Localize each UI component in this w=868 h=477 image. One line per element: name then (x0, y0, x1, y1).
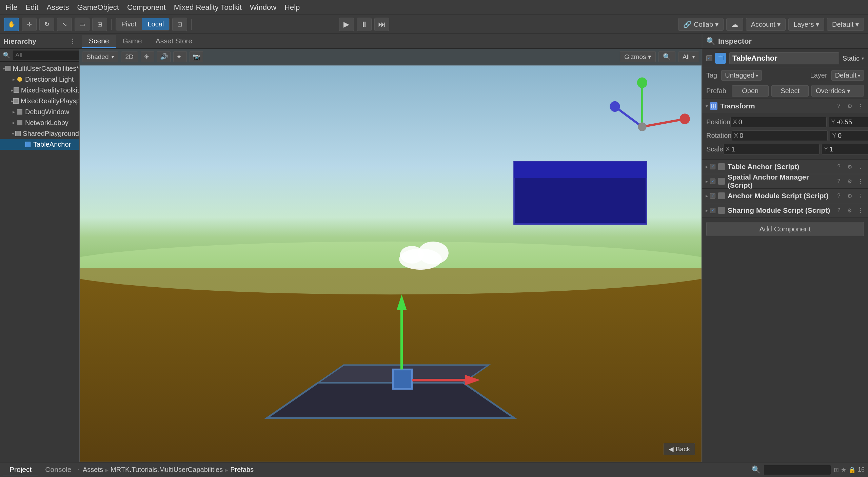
hierarchy-item-tableanchor[interactable]: TableAnchor (0, 139, 79, 150)
shaded-dropdown[interactable]: Shaded (82, 51, 118, 62)
back-button[interactable]: ◀ Back (664, 443, 695, 455)
menu-file[interactable]: File (5, 3, 17, 12)
hierarchy-item-root[interactable]: ▾ MultiUserCapabilities* (0, 63, 79, 74)
hierarchy-item-playspace[interactable]: ▸ MixedRealityPlayspace (0, 96, 79, 106)
rotate-tool[interactable]: ↻ (39, 18, 54, 31)
spatial-anchor-header[interactable]: ▸ ✓ Spatial Anchor Manager (Script) ? ⚙ … (702, 174, 868, 188)
menu-mrtk[interactable]: Mixed Reality Toolkit (174, 3, 242, 12)
layer-dropdown[interactable]: Default ▾ (831, 70, 864, 81)
inspector-scroll: ✓ Static ▾ Tag Untagged ▾ (702, 49, 868, 462)
scene-view[interactable]: Shaded 2D ☀ 🔊 ✦ 📷 Gizmos ▾ 🔍 All (79, 49, 702, 462)
move-tool[interactable]: ✛ (22, 18, 37, 31)
pause-button[interactable]: ⏸ (357, 18, 372, 31)
position-x-input[interactable] (738, 118, 824, 126)
sharing-module-checkbox[interactable]: ✓ (710, 208, 715, 213)
breadcrumb-assets[interactable]: Assets (83, 466, 103, 474)
anchor-module-header[interactable]: ▸ ✓ Anchor Module Script (Script) ? ⚙ ⋮ (702, 189, 868, 203)
static-dropdown-arrow[interactable]: ▾ (862, 56, 864, 61)
hierarchy-item-light[interactable]: ▸ Directional Light (0, 74, 79, 85)
table-anchor-header[interactable]: ▸ ✓ Table Anchor (Script) ? ⚙ ⋮ (702, 160, 868, 174)
default-dropdown[interactable]: Default ▾ (827, 18, 864, 31)
pivot-btn[interactable]: Pivot (116, 18, 142, 30)
menu-window[interactable]: Window (250, 3, 276, 12)
transform-settings-btn[interactable]: ⚙ (846, 102, 854, 110)
rotation-x-input[interactable] (739, 132, 825, 140)
account-dropdown[interactable]: Account ▾ (746, 18, 786, 31)
scale-y-input[interactable] (829, 145, 868, 153)
menu-edit[interactable]: Edit (25, 3, 38, 12)
sharing-module-more[interactable]: ⋮ (856, 206, 865, 214)
scale-x-input[interactable] (731, 145, 817, 153)
hand-tool[interactable]: ✋ (4, 18, 19, 31)
scene-camera-btn[interactable]: 📷 (190, 51, 203, 62)
overrides-btn[interactable]: Overrides ▾ (811, 85, 864, 97)
sharing-module-help[interactable]: ? (835, 206, 843, 214)
sharing-module-header[interactable]: ▸ ✓ Sharing Module Script (Script) ? ⚙ ⋮ (702, 203, 868, 217)
transform-actions: ? ⚙ ⋮ (835, 102, 865, 110)
play-button[interactable]: ▶ (339, 18, 354, 31)
gizmos-dropdown[interactable]: Gizmos ▾ (620, 51, 656, 62)
object-enabled-checkbox[interactable]: ✓ (706, 55, 712, 61)
anchor-module-help[interactable]: ? (835, 192, 843, 200)
spatial-anchor-checkbox[interactable]: ✓ (710, 179, 715, 184)
hierarchy-item-networklobby[interactable]: ▸ NetworkLobby (0, 117, 79, 128)
transform-more-btn[interactable]: ⋮ (856, 102, 865, 110)
collab-icon: 🔗 (683, 20, 692, 28)
layers-dropdown[interactable]: Layers ▾ (788, 18, 824, 31)
fx-btn[interactable]: ✦ (173, 51, 187, 62)
breadcrumb-multi[interactable]: MRTK.Tutorials.MultiUserCapabilities (111, 466, 223, 474)
project-tab[interactable]: Project (3, 463, 38, 476)
table-anchor-checkbox[interactable]: ✓ (710, 164, 715, 169)
view-icon-2[interactable]: ★ (841, 466, 846, 474)
hierarchy-item-debugwindow[interactable]: ▸ DebugWindow (0, 106, 79, 117)
hierarchy-options[interactable]: ⋮ (70, 38, 76, 45)
spatial-anchor-settings[interactable]: ⚙ (846, 177, 854, 185)
add-component-button[interactable]: Add Component (706, 222, 864, 236)
scene-tab-game[interactable]: Game (116, 35, 149, 48)
menu-assets[interactable]: Assets (46, 3, 69, 12)
menu-gameobject[interactable]: GameObject (77, 3, 119, 12)
scene-search-btn[interactable]: 🔍 (658, 51, 675, 62)
anchor-module-settings[interactable]: ⚙ (846, 192, 854, 200)
tag-dropdown[interactable]: Untagged ▾ (721, 70, 762, 81)
local-btn[interactable]: Local (142, 18, 169, 30)
rotation-y-input[interactable] (838, 132, 868, 140)
view-icon-1[interactable]: ⊞ (834, 466, 839, 474)
anchor-module-checkbox[interactable]: ✓ (710, 193, 715, 199)
sharing-module-settings[interactable]: ⚙ (846, 206, 854, 214)
table-anchor-help[interactable]: ? (835, 163, 843, 171)
spatial-anchor-help[interactable]: ? (835, 177, 843, 185)
audio-btn[interactable]: 🔊 (157, 51, 171, 62)
transform-header[interactable]: ▾ Transform ? ⚙ ⋮ (702, 99, 868, 113)
project-search-input[interactable] (763, 465, 831, 475)
anchor-module-more[interactable]: ⋮ (856, 192, 865, 200)
scene-tab-assetstore[interactable]: Asset Store (149, 35, 199, 48)
table-anchor-more[interactable]: ⋮ (856, 163, 865, 171)
spatial-anchor-more[interactable]: ⋮ (856, 177, 865, 185)
open-prefab-btn[interactable]: Open (732, 85, 769, 97)
view-icon-3[interactable]: 🔒 (848, 466, 856, 474)
select-prefab-btn[interactable]: Select (771, 85, 809, 97)
cloud-button[interactable]: ☁ (726, 18, 743, 31)
hierarchy-item-sharedplayground[interactable]: ▾ SharedPlayground (0, 128, 79, 139)
all-dropdown[interactable]: All (678, 51, 699, 62)
hierarchy-item-mrtk[interactable]: ▸ MixedRealityToolkit (0, 85, 79, 96)
console-tab[interactable]: Console (38, 463, 78, 476)
scene-tab-scene[interactable]: Scene (82, 35, 116, 48)
scale-tool[interactable]: ⤡ (57, 18, 72, 31)
2d-btn[interactable]: 2D (121, 51, 138, 62)
position-label: Position (706, 118, 730, 126)
menu-help[interactable]: Help (284, 3, 300, 12)
snap-btn[interactable]: ⊡ (172, 18, 187, 31)
transform-help-btn[interactable]: ? (835, 102, 843, 110)
multi-tool[interactable]: ⊞ (92, 18, 107, 31)
breadcrumb-prefabs[interactable]: Prefabs (230, 466, 254, 474)
object-name-input[interactable] (729, 52, 839, 64)
step-button[interactable]: ⏭ (374, 18, 389, 31)
menu-component[interactable]: Component (127, 3, 166, 12)
rect-tool[interactable]: ▭ (75, 18, 90, 31)
collab-button[interactable]: 🔗 Collab ▾ (678, 18, 723, 31)
position-y-input[interactable] (837, 118, 868, 126)
table-anchor-settings[interactable]: ⚙ (846, 163, 854, 171)
light-icon-btn[interactable]: ☀ (141, 51, 154, 62)
